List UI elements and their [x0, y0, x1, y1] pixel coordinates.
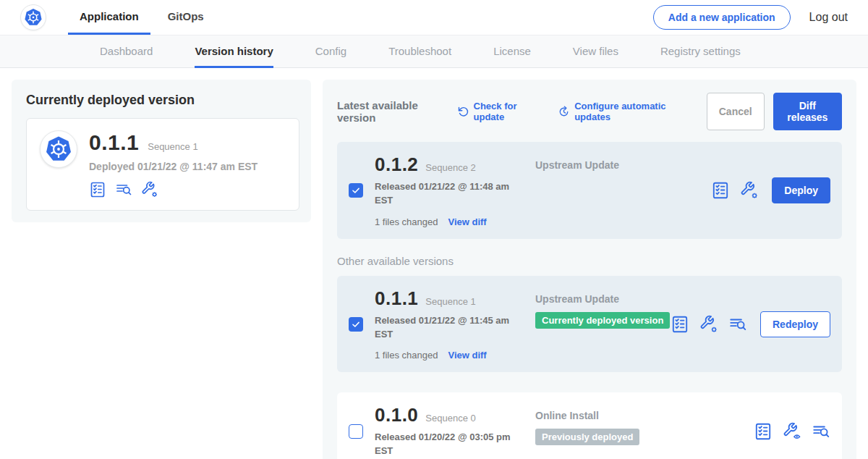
refresh-icon	[457, 106, 469, 118]
latest-available-header: Latest available version Check for updat…	[337, 93, 842, 130]
subnav-config[interactable]: Config	[315, 35, 346, 68]
check-for-update-link[interactable]: Check for update	[457, 101, 541, 122]
deployed-sequence-label: Sequence 1	[148, 141, 197, 152]
version-row-0-1-2: 0.1.2 Sequence 2 Released 01/21/22 @ 11:…	[337, 142, 842, 239]
edit-config-icon[interactable]	[141, 181, 158, 198]
top-nav-tabs: Application GitOps	[68, 0, 216, 35]
view-diff-link[interactable]: View diff	[448, 350, 486, 361]
released-timestamp: Released 01/21/22 @ 11:48 am EST	[375, 180, 512, 208]
view-logs-icon[interactable]	[115, 181, 132, 198]
subnav-troubleshoot[interactable]: Troubleshoot	[388, 35, 451, 68]
version-checkbox[interactable]	[349, 183, 363, 198]
sequence-label: Sequence 2	[425, 162, 475, 173]
view-diff-link[interactable]: View diff	[448, 216, 486, 227]
view-logs-icon[interactable]	[812, 422, 830, 441]
app-icon	[40, 130, 77, 168]
tab-gitops[interactable]: GitOps	[156, 0, 216, 35]
cancel-button[interactable]: Cancel	[707, 93, 765, 130]
edit-config-icon[interactable]	[699, 315, 718, 334]
check-for-update-label: Check for update	[474, 101, 541, 122]
subnav-registry-settings[interactable]: Registry settings	[660, 35, 741, 68]
add-new-application-button[interactable]: Add a new application	[653, 5, 791, 30]
version-number: 0.1.1	[375, 287, 418, 310]
released-timestamp: Released 01/21/22 @ 11:45 am EST	[375, 314, 512, 342]
view-config-icon[interactable]	[783, 422, 801, 441]
sequence-label: Sequence 1	[425, 296, 475, 307]
sequence-label: Sequence 0	[425, 413, 475, 424]
preflight-checks-icon[interactable]	[711, 181, 730, 200]
preflight-checks-icon[interactable]	[89, 181, 106, 198]
version-checkbox[interactable]	[349, 317, 363, 332]
subnav-dashboard[interactable]: Dashboard	[100, 35, 153, 68]
tab-application[interactable]: Application	[68, 0, 150, 35]
version-row-0-1-0: 0.1.0 Sequence 0 Released 01/20/22 @ 03:…	[337, 392, 842, 459]
schedule-icon	[558, 106, 570, 118]
view-logs-icon[interactable]	[728, 315, 747, 334]
app-subnav: Dashboard Version history Config Trouble…	[0, 35, 868, 68]
version-number: 0.1.2	[375, 153, 418, 176]
preflight-checks-icon[interactable]	[754, 422, 773, 441]
deployed-version-card: 0.1.1 Sequence 1 Deployed 01/21/22 @ 11:…	[26, 118, 299, 211]
redeploy-button[interactable]: Redeploy	[760, 311, 830, 337]
deploy-button[interactable]: Deploy	[772, 177, 830, 203]
configure-automatic-updates-link[interactable]: Configure automatic updates	[558, 101, 689, 122]
version-row-0-1-1: 0.1.1 Sequence 1 Released 01/21/22 @ 11:…	[337, 276, 842, 373]
latest-available-title: Latest available version	[337, 99, 447, 124]
edit-config-icon[interactable]	[740, 181, 759, 200]
preflight-checks-icon[interactable]	[671, 315, 689, 334]
main-content: Currently deployed version 0.1.1 Sequenc…	[0, 68, 868, 459]
version-checkbox[interactable]	[349, 424, 363, 439]
diff-releases-button[interactable]: Diff releases	[773, 93, 842, 130]
configure-automatic-updates-label: Configure automatic updates	[574, 101, 689, 122]
subnav-license[interactable]: License	[493, 35, 531, 68]
subnav-version-history[interactable]: Version history	[195, 35, 273, 68]
deployed-version-number: 0.1.1	[89, 130, 139, 155]
subnav-view-files[interactable]: View files	[573, 35, 618, 68]
top-nav: Application GitOps Add a new application…	[0, 0, 868, 35]
deployed-timestamp: Deployed 01/21/22 @ 11:47 am EST	[89, 161, 258, 172]
version-source-label: Upstream Update	[535, 293, 671, 305]
version-source-label: Upstream Update	[535, 159, 711, 171]
version-source-label: Online Install	[535, 410, 754, 421]
other-available-versions-title: Other available versions	[337, 255, 842, 267]
previously-deployed-badge: Previously deployed	[535, 429, 639, 445]
currently-deployed-badge: Currently deployed version	[535, 312, 670, 329]
files-changed-label: 1 files changed	[375, 350, 438, 361]
version-history-panel: Latest available version Check for updat…	[323, 80, 856, 459]
logout-button[interactable]: Log out	[809, 11, 856, 24]
currently-deployed-title: Currently deployed version	[26, 93, 299, 108]
version-number: 0.1.0	[375, 404, 418, 426]
kubernetes-logo	[20, 4, 46, 30]
released-timestamp: Released 01/20/22 @ 03:05 pm EST	[375, 431, 512, 458]
files-changed-label: 1 files changed	[375, 216, 438, 227]
currently-deployed-panel: Currently deployed version 0.1.1 Sequenc…	[12, 80, 311, 222]
